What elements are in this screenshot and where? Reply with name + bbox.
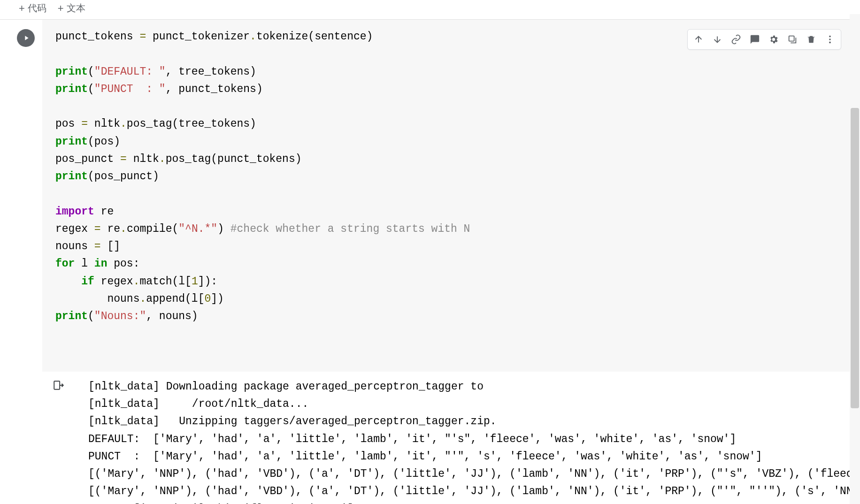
output-row: [nltk_data] Downloading package averaged… [42,372,860,504]
more-actions-button[interactable] [822,31,838,47]
cell-action-toolbar [687,29,841,50]
cell-gutter [9,20,42,504]
plus-icon: + [58,2,64,15]
add-code-button[interactable]: + 代码 [19,2,46,15]
page-scrollbar[interactable] [850,14,860,504]
svg-rect-0 [789,36,794,41]
link-cell-button[interactable] [728,31,744,47]
output-arrow-icon [53,379,65,391]
arrow-down-icon [712,34,722,45]
arrow-up-icon [693,34,704,45]
svg-point-2 [829,38,831,40]
svg-point-1 [829,36,831,38]
code-cell: punct_tokens = punct_tokenizer.tokenize(… [9,20,860,504]
settings-button[interactable] [766,31,782,47]
add-text-button[interactable]: + 文本 [58,2,85,15]
notebook-top-toolbar: + 代码 + 文本 [0,0,860,20]
run-cell-button[interactable] [17,29,35,47]
trash-icon [806,34,816,45]
mirror-icon [787,34,798,45]
move-cell-down-button[interactable] [709,31,725,47]
cell-output[interactable]: [nltk_data] Downloading package averaged… [75,372,860,504]
plus-icon: + [19,2,25,15]
mirror-cell-button[interactable] [784,31,800,47]
more-vertical-icon [825,34,835,45]
comment-icon [750,34,760,45]
scrollbar-thumb[interactable] [851,108,859,408]
gear-icon [768,34,779,45]
output-gutter [42,372,75,504]
play-icon [23,34,30,42]
svg-point-3 [829,42,831,44]
delete-cell-button[interactable] [803,31,819,47]
add-code-label: 代码 [28,2,46,15]
svg-rect-4 [54,381,60,389]
link-icon [731,34,741,45]
code-editor[interactable]: punct_tokens = punct_tokenizer.tokenize(… [42,20,860,372]
move-cell-up-button[interactable] [691,31,706,47]
add-text-label: 文本 [67,2,85,15]
comment-button[interactable] [747,31,763,47]
